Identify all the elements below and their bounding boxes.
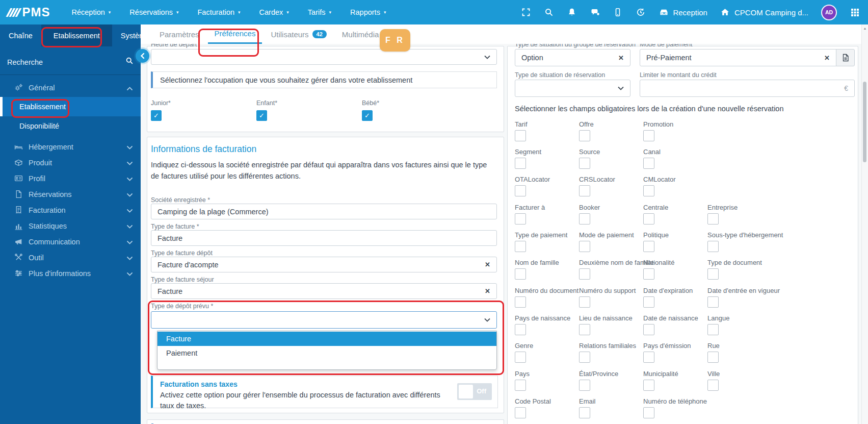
search-input[interactable]	[6, 55, 120, 69]
required-field-checkbox-promotion[interactable]	[643, 130, 654, 141]
topbar-menu-tarifs[interactable]: Tarifs▾	[308, 8, 331, 16]
topbar-menu-reservations[interactable]: Réservations▾	[129, 8, 178, 16]
required-field-checkbox-cmlocator[interactable]	[643, 185, 654, 196]
required-field-checkbox-pays[interactable]	[515, 380, 526, 391]
sidebar-item-statistiques[interactable]: Statistiques	[0, 218, 141, 234]
property-selector[interactable]: CPCOM Camping d...	[720, 7, 808, 17]
group-status-field[interactable]: Option ✕	[515, 49, 630, 66]
required-field-checkbox-otalocator[interactable]	[515, 185, 526, 196]
required-field-checkbox-centrale[interactable]	[643, 213, 654, 225]
checkbox-enfant[interactable]: ✓	[256, 110, 267, 121]
checkbox-bebe[interactable]: ✓	[362, 110, 373, 121]
mobile-icon[interactable]	[613, 7, 623, 17]
payment-mode-doc-button[interactable]	[836, 49, 855, 66]
required-field-checkbox-email[interactable]	[579, 407, 590, 418]
clear-icon[interactable]: ✕	[485, 287, 490, 295]
search-icon[interactable]	[125, 57, 134, 67]
sidebar-item-plus-d-informations[interactable]: Plus d'informations	[0, 265, 141, 281]
tab-multimedia[interactable]: Multimédia	[342, 24, 379, 44]
required-field-checkbox-tarif[interactable]	[515, 130, 526, 141]
required-field-checkbox-pays-de-naissance[interactable]	[515, 324, 526, 335]
apps-grid-icon[interactable]	[850, 7, 860, 17]
required-field-checkbox-type-de-paiement[interactable]	[515, 241, 526, 252]
checkbox-junior[interactable]: ✓	[151, 110, 162, 121]
sidebar-item-profil[interactable]: Profil	[0, 170, 141, 186]
required-field-checkbox-offre[interactable]	[579, 130, 590, 141]
required-field-checkbox-lieu-de-naissance[interactable]	[579, 324, 590, 335]
sidebar-collapse-button[interactable]	[136, 49, 149, 63]
clear-icon[interactable]: ✕	[485, 261, 490, 268]
required-field-checkbox-sous-type-d-hebergement[interactable]	[707, 241, 719, 252]
reception-shortcut[interactable]: Reception	[659, 7, 707, 17]
required-field-checkbox-politique[interactable]	[643, 241, 654, 252]
dropdown-option-paiement[interactable]: Paiement	[157, 346, 496, 360]
sidebar-item-facturation[interactable]: Facturation	[0, 202, 141, 218]
required-field-checkbox-date-de-naissance[interactable]	[643, 324, 654, 335]
required-field-checkbox-numero-du-support[interactable]	[579, 296, 590, 308]
field-type-de-facture[interactable]: Facture	[151, 230, 497, 246]
tax-free-toggle[interactable]: Off	[457, 383, 492, 400]
tab-parametres[interactable]: Paramètres	[160, 24, 199, 44]
required-field-checkbox-langue[interactable]	[707, 324, 719, 335]
sidebar-item-general[interactable]: Général	[0, 80, 141, 95]
topbar-menu-reception[interactable]: Réception▾	[72, 8, 111, 16]
reservation-status-select[interactable]	[515, 80, 630, 97]
required-field-checkbox-municipalite[interactable]	[643, 380, 654, 391]
sidebar-item-disponibilite[interactable]: Disponibilité	[0, 117, 141, 135]
required-field-checkbox-pays-d-emission[interactable]	[643, 352, 654, 363]
subnav-etablissement[interactable]: Etablissement	[41, 24, 112, 46]
sidebar-item-reservations[interactable]: Réservations	[0, 186, 141, 202]
required-field-checkbox-source[interactable]	[579, 158, 590, 169]
clear-icon[interactable]: ✕	[618, 54, 624, 62]
departure-select[interactable]	[151, 49, 497, 65]
fullscreen-icon[interactable]	[521, 7, 531, 17]
required-field-checkbox-mode-de-paiement[interactable]	[579, 241, 590, 252]
scrollbar-thumb[interactable]	[863, 82, 866, 162]
required-field-checkbox-nom-de-famille[interactable]	[515, 268, 526, 280]
required-field-checkbox-ville[interactable]	[707, 380, 719, 391]
sidebar-item-etablissement[interactable]: Etablissement	[0, 97, 141, 116]
required-field-checkbox-numero-du-document[interactable]	[515, 296, 526, 308]
scrollbar-up-arrow[interactable]: ▲	[863, 27, 867, 31]
required-field-checkbox-nationalite[interactable]	[643, 268, 654, 280]
app-logo[interactable]: PMS	[8, 5, 50, 19]
required-field-checkbox-date-d-entree-en-vigueur[interactable]	[707, 296, 719, 308]
credit-limit-field[interactable]: €	[640, 80, 855, 97]
sidebar-item-hebergement[interactable]: Hébergement	[0, 139, 141, 155]
tab-utilisateurs[interactable]: Utilisateurs42	[271, 24, 326, 44]
subnav-systeme[interactable]: Système	[112, 24, 158, 46]
vertical-scrollbar[interactable]: ▲	[861, 24, 868, 424]
required-field-checkbox-date-d-expiration[interactable]	[643, 296, 654, 308]
required-field-checkbox-booker[interactable]	[579, 213, 590, 225]
topbar-menu-cardex[interactable]: Cardex▾	[259, 8, 289, 16]
required-field-checkbox-type-de-document[interactable]	[707, 268, 719, 280]
field-type-de-facture-sejour[interactable]: Facture✕	[151, 283, 497, 299]
required-field-checkbox-segment[interactable]	[515, 158, 526, 169]
avatar[interactable]: AD	[821, 5, 837, 20]
tab-preferences[interactable]: Préférences	[208, 24, 262, 44]
payment-mode-field[interactable]: Pré-Paiement ✕	[640, 49, 836, 66]
required-field-checkbox-etat-province[interactable]	[579, 380, 590, 391]
bell-icon[interactable]	[567, 7, 577, 17]
clear-icon[interactable]: ✕	[824, 54, 830, 62]
sidebar-item-communication[interactable]: Communication	[0, 234, 141, 250]
search-icon[interactable]	[544, 7, 554, 17]
required-field-checkbox-facturer-a[interactable]	[515, 213, 526, 225]
required-field-checkbox-entreprise[interactable]	[707, 213, 719, 225]
field-type-de-facture-depot[interactable]: Facture d'acompte✕	[151, 257, 497, 272]
language-button[interactable]: F R	[380, 29, 410, 52]
sidebar-item-outil[interactable]: Outil	[0, 250, 141, 265]
chat-icon[interactable]	[590, 7, 600, 17]
required-field-checkbox-canal[interactable]	[643, 158, 654, 169]
field-societe-enregistree[interactable]: Camping de la plage (Commerce)	[151, 204, 497, 219]
topbar-menu-facturation[interactable]: Facturation▾	[198, 8, 241, 16]
deposit-type-select[interactable]	[151, 311, 497, 329]
required-field-checkbox-numero-de-telephone[interactable]	[643, 407, 654, 418]
required-field-checkbox-genre[interactable]	[515, 352, 526, 363]
required-field-checkbox-relations-familiales[interactable]	[579, 352, 590, 363]
sidebar-search[interactable]	[0, 49, 141, 75]
required-field-checkbox-rue[interactable]	[707, 352, 719, 363]
sidebar-item-produit[interactable]: Produit	[0, 155, 141, 170]
required-field-checkbox-code-postal[interactable]	[515, 407, 526, 418]
required-field-checkbox-deuxieme-nom-de-famille[interactable]	[579, 268, 590, 280]
